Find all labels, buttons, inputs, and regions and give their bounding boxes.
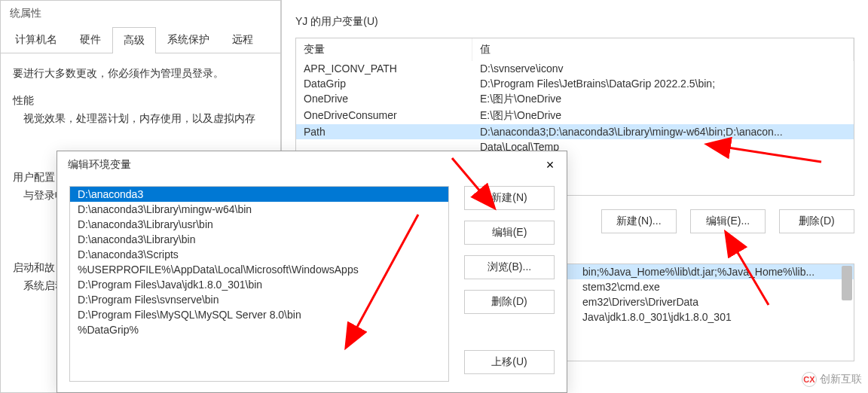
cell-value: D:\Program Files\JetBrains\DataGrip 2022… [472,76,854,91]
path-listbox[interactable]: D:\anaconda3D:\anaconda3\Library\mingw-w… [69,186,449,382]
table-row[interactable]: OneDriveConsumerE:\图片\OneDrive [296,108,854,124]
tab-system-protection[interactable]: 系统保护 [156,26,221,53]
table-header: 变量 值 [296,38,854,61]
watermark-text: 创新互联 [820,373,862,386]
path-delete-button[interactable]: 删除(D) [464,290,555,314]
performance-section-title: 性能 [13,94,268,108]
table-row[interactable]: PathD:\anaconda3;D:\anaconda3\Library\mi… [296,124,854,139]
path-new-button[interactable]: 新建(N) [464,186,555,210]
edit-env-header: 编辑环境变量 × [57,151,567,178]
cell-value: D:\anaconda3;D:\anaconda3\Library\mingw-… [472,124,854,139]
tab-remote[interactable]: 远程 [221,26,264,53]
cell-name: OneDriveConsumer [296,108,472,124]
list-item[interactable]: D:\anaconda3\Library\mingw-w64\bin [70,202,448,217]
list-item[interactable]: D:\anaconda3 [70,187,448,202]
dialog-title: 统属性 [1,1,280,26]
cell-name: Path [296,124,472,139]
edit-button[interactable]: 编辑(E)... [690,209,766,233]
tabs-row: 计算机名 硬件 高级 系统保护 远程 [1,26,280,53]
cell-name: OneDrive [296,91,472,108]
path-browse-button[interactable]: 浏览(B)... [464,255,555,279]
table-row[interactable]: OneDriveE:\图片\OneDrive [296,91,854,108]
instruction-text: 要进行大多数更改，你必须作为管理员登录。 [13,67,268,81]
path-moveup-button[interactable]: 上移(U) [464,350,555,374]
table-row[interactable]: DataGripD:\Program Files\JetBrains\DataG… [296,76,854,91]
edit-env-variable-dialog: 编辑环境变量 × D:\anaconda3D:\anaconda3\Librar… [57,151,567,393]
col-name[interactable]: 变量 [296,38,472,61]
list-item[interactable]: D:\Program Files\svnserve\bin [70,292,448,307]
edit-env-title: 编辑环境变量 [68,158,131,172]
watermark: CX 创新互联 [802,372,862,387]
cell-name: DataGrip [296,76,472,91]
new-button[interactable]: 新建(N)... [601,209,677,233]
close-icon[interactable]: × [539,156,561,174]
tab-computer-name[interactable]: 计算机名 [4,26,69,53]
cell-value: E:\图片\OneDrive [472,91,854,108]
cell-name: APR_ICONV_PATH [296,61,472,76]
delete-button[interactable]: 删除(D) [779,209,854,233]
performance-section-desc: 视觉效果，处理器计划，内存使用，以及虚拟内存 [23,112,268,126]
user-variables-label: YJ 的用户变量(U) [295,15,854,29]
list-item[interactable]: D:\Program Files\Java\jdk1.8.0_301\bin [70,277,448,292]
tab-hardware[interactable]: 硬件 [69,26,112,53]
watermark-icon: CX [802,372,817,387]
cell-value: D:\svnserve\iconv [472,61,854,76]
cell-value: E:\图片\OneDrive [472,108,854,124]
table-row[interactable]: APR_ICONV_PATHD:\svnserve\iconv [296,61,854,76]
scrollbar-thumb[interactable] [842,266,852,300]
list-item[interactable]: D:\anaconda3\Scripts [70,247,448,262]
list-item[interactable]: D:\anaconda3\Library\bin [70,232,448,247]
list-item[interactable]: D:\anaconda3\Library\usr\bin [70,217,448,232]
path-edit-button[interactable]: 编辑(E) [464,221,555,245]
edit-env-buttons: 新建(N) 编辑(E) 浏览(B)... 删除(D) 上移(U) [464,186,555,382]
tab-advanced[interactable]: 高级 [112,27,156,53]
list-item[interactable]: D:\Program Files\MySQL\MySQL Server 8.0\… [70,307,448,322]
col-value[interactable]: 值 [472,38,854,61]
list-item[interactable]: %DataGrip% [70,322,448,337]
edit-env-body: D:\anaconda3D:\anaconda3\Library\mingw-w… [57,178,567,389]
list-item[interactable]: %USERPROFILE%\AppData\Local\Microsoft\Wi… [70,262,448,277]
